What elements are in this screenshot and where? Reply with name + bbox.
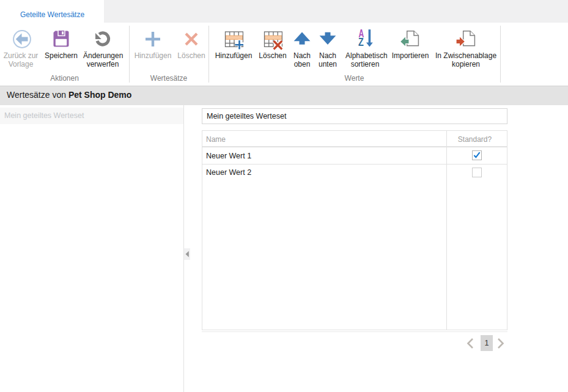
svg-text:Z: Z — [358, 36, 364, 48]
